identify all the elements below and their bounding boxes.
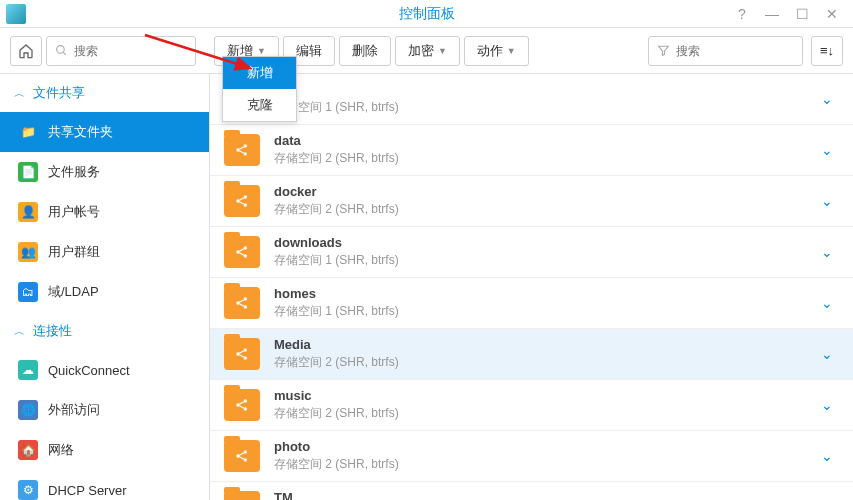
users-icon: 👥 [18,242,38,262]
chevron-up-icon: ︿ [14,324,25,339]
new-dropdown: 新增 克隆 [222,56,297,122]
svg-line-40 [239,453,244,456]
svg-line-20 [239,249,244,252]
sidebar-item-label: 外部访问 [48,401,100,419]
dropdown-item-clone[interactable]: 克隆 [223,89,296,121]
net-icon: 🏠 [18,440,38,460]
share-icon [234,244,250,260]
share-icon [234,397,250,413]
action-button-label: 动作 [477,42,503,60]
sidebar-item-domain[interactable]: 🗂域/LDAP [0,272,209,312]
folder-name: homes [274,286,807,301]
filter-search-input[interactable] [676,44,794,58]
svg-line-30 [239,351,244,354]
folder-row[interactable]: downloads 存储空间 1 (SHR, btrfs) ⌄ [210,227,853,278]
home-icon [18,43,34,59]
folder-row[interactable]: homes 存储空间 1 (SHR, btrfs) ⌄ [210,278,853,329]
folder-name: music [274,388,807,403]
chevron-down-icon[interactable]: ⌄ [821,448,839,464]
sort-button[interactable]: ≡↓ [811,36,843,66]
dropdown-item-new[interactable]: 新增 [223,57,296,89]
share-icon [234,346,250,362]
shared-folder-icon [224,287,260,319]
svg-line-10 [239,147,244,150]
shared-folder-icon [224,338,260,370]
file-icon: 📄 [18,162,38,182]
folder-name: downloads [274,235,807,250]
folder-row[interactable]: photo 存储空间 2 (SHR, btrfs) ⌄ [210,431,853,482]
window-controls: ? — ☐ ✕ [733,6,853,22]
close-button[interactable]: ✕ [823,6,841,22]
share-icon [234,448,250,464]
sidebar-search-input[interactable] [74,44,187,58]
delete-button-label: 删除 [352,42,378,60]
sidebar-item-file[interactable]: 📄文件服务 [0,152,209,192]
app-icon [6,4,26,24]
sidebar-item-label: 网络 [48,441,74,459]
folder-name: docker [274,184,807,199]
edit-button-label: 编辑 [296,42,322,60]
encrypt-button[interactable]: 加密▼ [395,36,460,66]
folder-row[interactable]: docker 存储空间 2 (SHR, btrfs) ⌄ [210,176,853,227]
help-button[interactable]: ? [733,6,751,22]
folder-text: homes 存储空间 1 (SHR, btrfs) [274,286,807,320]
sidebar-item-globe[interactable]: 🌐外部访问 [0,390,209,430]
sidebar-group-fileshare[interactable]: ︿ 文件共享 [0,74,209,112]
svg-line-26 [239,304,244,307]
folder-text: music 存储空间 2 (SHR, btrfs) [274,388,807,422]
shared-folder-icon [224,236,260,268]
folder-row[interactable]: kup 存储空间 1 (SHR, btrfs) ⌄ [210,74,853,125]
sidebar-search[interactable] [46,36,196,66]
sidebar-item-label: 文件服务 [48,163,100,181]
folder-text: data 存储空间 2 (SHR, btrfs) [274,133,807,167]
filter-search[interactable] [648,36,803,66]
sidebar-item-user[interactable]: 👤用户帐号 [0,192,209,232]
share-icon [234,295,250,311]
sidebar-item-folder[interactable]: 📁共享文件夹 [0,112,209,152]
folder-row[interactable]: music 存储空间 2 (SHR, btrfs) ⌄ [210,380,853,431]
shared-folder-icon [224,389,260,421]
chevron-down-icon[interactable]: ⌄ [821,397,839,413]
maximize-button[interactable]: ☐ [793,6,811,22]
sidebar-item-dhcp[interactable]: ⚙DHCP Server [0,470,209,500]
folder-location: 存储空间 1 (SHR, btrfs) [274,99,807,116]
sidebar-item-net[interactable]: 🏠网络 [0,430,209,470]
chevron-down-icon[interactable]: ⌄ [821,244,839,260]
chevron-down-icon[interactable]: ⌄ [821,295,839,311]
folder-text: kup 存储空间 1 (SHR, btrfs) [274,82,807,116]
sidebar-group-label: 文件共享 [33,84,85,102]
folder-name: data [274,133,807,148]
sidebar-item-label: 用户帐号 [48,203,100,221]
folder-text: TM 存储空间 1 (SHR, btrfs) [274,490,807,500]
sidebar-item-cloud[interactable]: ☁QuickConnect [0,350,209,390]
folder-icon: 📁 [18,122,38,142]
minimize-button[interactable]: — [763,6,781,22]
chevron-down-icon[interactable]: ⌄ [821,91,839,107]
chevron-down-icon[interactable]: ⌄ [821,142,839,158]
sidebar-item-label: 域/LDAP [48,283,99,301]
svg-point-0 [57,46,65,54]
toolbar: 新增▼ 编辑 删除 加密▼ 动作▼ ≡↓ [0,28,853,74]
sidebar-group-connectivity[interactable]: ︿ 连接性 [0,312,209,350]
folder-row[interactable]: Media 存储空间 2 (SHR, btrfs) ⌄ [210,329,853,380]
svg-line-16 [239,202,244,205]
home-button[interactable] [10,36,42,66]
chevron-down-icon[interactable]: ⌄ [821,346,839,362]
delete-button[interactable]: 删除 [339,36,391,66]
share-icon [234,193,250,209]
caret-down-icon: ▼ [507,46,516,56]
folder-location: 存储空间 1 (SHR, btrfs) [274,303,807,320]
sidebar-item-users[interactable]: 👥用户群组 [0,232,209,272]
chevron-down-icon[interactable]: ⌄ [821,193,839,209]
sidebar-group-label: 连接性 [33,322,72,340]
folder-name: TM [274,490,807,500]
sidebar: ︿ 文件共享 📁共享文件夹📄文件服务👤用户帐号👥用户群组🗂域/LDAP ︿ 连接… [0,74,210,500]
globe-icon: 🌐 [18,400,38,420]
folder-row[interactable]: data 存储空间 2 (SHR, btrfs) ⌄ [210,125,853,176]
funnel-icon [657,44,670,57]
action-button[interactable]: 动作▼ [464,36,529,66]
shared-folder-icon [224,185,260,217]
folder-row[interactable]: TM 存储空间 1 (SHR, btrfs) ⌄ [210,482,853,500]
content: ︿ 文件共享 📁共享文件夹📄文件服务👤用户帐号👥用户群组🗂域/LDAP ︿ 连接… [0,74,853,500]
folder-location: 存储空间 2 (SHR, btrfs) [274,201,807,218]
